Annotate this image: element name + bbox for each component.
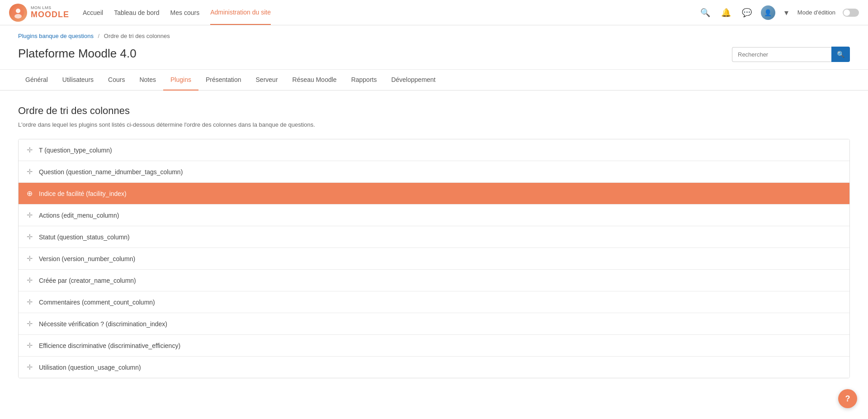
sort-item-label: T (question_type_column) bbox=[39, 147, 112, 154]
sort-item[interactable]: ✛ T (question_type_column) bbox=[19, 139, 849, 161]
brand-logo-icon bbox=[9, 4, 27, 22]
search-box: 🔍 bbox=[732, 47, 850, 62]
tab-serveur[interactable]: Serveur bbox=[249, 70, 285, 90]
sort-item[interactable]: ✛ Utilisation (question_usage_column) bbox=[19, 357, 849, 378]
search-icon-btn[interactable]: 🔍 bbox=[698, 6, 712, 19]
page-wrapper: Plugins banque de questions / Ordre de t… bbox=[0, 25, 868, 419]
sort-item[interactable]: ✛ Efficience discriminative (discriminat… bbox=[19, 335, 849, 357]
sort-item-label: Commentaires (comment_count_column) bbox=[39, 299, 155, 306]
sort-item-label: Version (version_number_column) bbox=[39, 255, 135, 262]
drag-handle-icon: ⊕ bbox=[27, 189, 33, 198]
drag-handle-icon: ✛ bbox=[27, 276, 33, 285]
nav-mes-cours[interactable]: Mes cours bbox=[170, 1, 200, 24]
breadcrumb-current: Ordre de tri des colonnes bbox=[104, 33, 170, 39]
navbar: MON LMS MOODLE Accueil Tableau de bord M… bbox=[0, 0, 868, 25]
user-avatar[interactable]: 👤 bbox=[761, 5, 775, 20]
section-title: Ordre de tri des colonnes bbox=[18, 105, 850, 117]
nav-tableau[interactable]: Tableau de bord bbox=[114, 1, 159, 24]
breadcrumb-separator: / bbox=[98, 33, 100, 39]
breadcrumb: Plugins banque de questions / Ordre de t… bbox=[0, 25, 868, 43]
sort-item-label: Créée par (creator_name_column) bbox=[39, 277, 136, 284]
main-nav: Accueil Tableau de bord Mes cours Admini… bbox=[83, 0, 698, 25]
brand-top-label: MON LMS bbox=[31, 5, 69, 10]
tab-cours[interactable]: Cours bbox=[101, 70, 132, 90]
sort-item[interactable]: ✛ Créée par (creator_name_column) bbox=[19, 270, 849, 291]
sort-list: ✛ T (question_type_column) ✛ Question (q… bbox=[18, 139, 850, 378]
page-title: Plateforme Moodle 4.0 bbox=[18, 47, 137, 61]
navbar-right: 🔍 🔔 💬 👤 ▾ Mode d'édition bbox=[698, 5, 859, 20]
notifications-icon-btn[interactable]: 🔔 bbox=[719, 6, 733, 19]
sort-item[interactable]: ✛ Nécessite vérification ? (discriminati… bbox=[19, 313, 849, 335]
page-header: Plateforme Moodle 4.0 🔍 bbox=[0, 43, 868, 70]
messages-icon-btn[interactable]: 💬 bbox=[740, 6, 754, 19]
drag-handle-icon: ✛ bbox=[27, 146, 33, 154]
tab-reseau-moodle[interactable]: Réseau Moodle bbox=[285, 70, 344, 90]
breadcrumb-parent-link[interactable]: Plugins banque de questions bbox=[18, 33, 94, 39]
brand-text: MON LMS MOODLE bbox=[31, 5, 69, 19]
section-description: L'ordre dans lequel les plugins sont lis… bbox=[18, 121, 850, 128]
tab-rapports[interactable]: Rapports bbox=[344, 70, 384, 90]
sort-item-label: Utilisation (question_usage_column) bbox=[39, 364, 141, 371]
drag-handle-icon: ✛ bbox=[27, 341, 33, 350]
help-button[interactable]: ? bbox=[838, 389, 857, 408]
tab-notes[interactable]: Notes bbox=[132, 70, 163, 90]
tab-developpement[interactable]: Développement bbox=[384, 70, 443, 90]
drag-handle-icon: ✛ bbox=[27, 211, 33, 219]
tab-presentation[interactable]: Présentation bbox=[198, 70, 249, 90]
nav-accueil[interactable]: Accueil bbox=[83, 1, 103, 24]
sort-item[interactable]: ✛ Actions (edit_menu_column) bbox=[19, 205, 849, 226]
sort-item-label: Nécessite vérification ? (discrimination… bbox=[39, 320, 167, 328]
drag-handle-icon: ✛ bbox=[27, 298, 33, 306]
sort-item-label: Indice de facilité (facility_index) bbox=[39, 190, 127, 197]
brand-bottom-label: MOODLE bbox=[31, 10, 69, 19]
drag-handle-icon: ✛ bbox=[27, 167, 33, 176]
sort-item[interactable]: ✛ Question (question_name_idnumber_tags_… bbox=[19, 161, 849, 183]
user-menu-chevron[interactable]: ▾ bbox=[783, 6, 790, 19]
tab-plugins[interactable]: Plugins bbox=[163, 70, 198, 90]
search-input[interactable] bbox=[732, 47, 831, 62]
mode-toggle[interactable] bbox=[843, 9, 859, 17]
drag-handle-icon: ✛ bbox=[27, 254, 33, 263]
tab-utilisateurs[interactable]: Utilisateurs bbox=[55, 70, 101, 90]
sort-item-label: Question (question_name_idnumber_tags_co… bbox=[39, 168, 183, 176]
sort-item[interactable]: ✛ Version (version_number_column) bbox=[19, 248, 849, 270]
sort-item-label: Efficience discriminative (discriminativ… bbox=[39, 342, 180, 349]
svg-point-1 bbox=[16, 9, 20, 13]
sort-item-label: Actions (edit_menu_column) bbox=[39, 212, 119, 219]
sort-item-label: Statut (question_status_column) bbox=[39, 233, 130, 241]
search-button[interactable]: 🔍 bbox=[831, 47, 850, 62]
tabs-bar: Général Utilisateurs Cours Notes Plugins… bbox=[0, 70, 868, 90]
svg-point-2 bbox=[14, 14, 22, 19]
drag-handle-icon: ✛ bbox=[27, 319, 33, 328]
nav-administration[interactable]: Administration du site bbox=[210, 0, 271, 25]
brand-logo-link[interactable]: MON LMS MOODLE bbox=[9, 4, 69, 22]
sort-item[interactable]: ✛ Statut (question_status_column) bbox=[19, 226, 849, 248]
content-area: Ordre de tri des colonnes L'ordre dans l… bbox=[0, 90, 868, 393]
sort-item[interactable]: ✛ Commentaires (comment_count_column) bbox=[19, 291, 849, 313]
drag-handle-icon: ✛ bbox=[27, 233, 33, 241]
drag-handle-icon: ✛ bbox=[27, 363, 33, 371]
sort-item-active[interactable]: ⊕ Indice de facilité (facility_index) bbox=[19, 183, 849, 205]
mode-label: Mode d'édition bbox=[797, 9, 835, 16]
tab-general[interactable]: Général bbox=[18, 70, 55, 90]
